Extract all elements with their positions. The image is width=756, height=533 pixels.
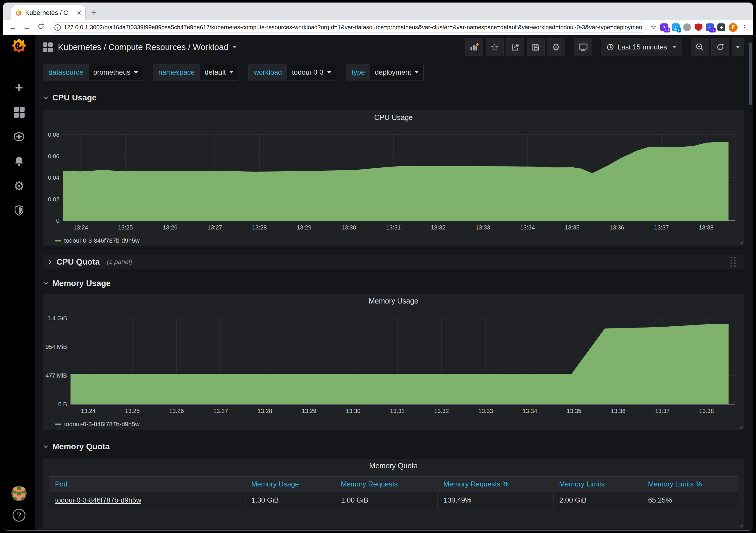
sidebar-nav: + ⚙ xyxy=(13,82,25,216)
memory-legend[interactable]: todoui-0-3-846f787b-d9h5w xyxy=(55,420,744,428)
memory-usage-chart[interactable]: 0 B477 MiB954 MiB1.4 GiB13:2413:2513:261… xyxy=(43,316,744,416)
extension-shield-icon[interactable] xyxy=(694,23,702,31)
browser-tab[interactable]: Kubernetes / C × xyxy=(11,5,86,20)
chevron-down-icon xyxy=(43,444,49,450)
extension-icon-1[interactable]: ⬆ 13 xyxy=(660,23,668,31)
svg-text:13:29: 13:29 xyxy=(302,408,316,414)
extension-icon-3[interactable] xyxy=(683,23,691,31)
column-header-memory-limits-pct[interactable]: Memory Limits % xyxy=(642,477,738,492)
section-memory-quota[interactable]: Memory Quota xyxy=(43,442,744,452)
chevron-down-icon xyxy=(134,71,138,73)
panel-title[interactable]: CPU Usage xyxy=(43,113,744,123)
variable-namespace[interactable]: namespace default xyxy=(153,64,238,80)
memory-quota-panel[interactable]: Memory Quota Pod Memory Usage Memory Req… xyxy=(43,459,744,529)
panel-title[interactable]: Memory Usage xyxy=(43,297,744,306)
panel-resize-handle[interactable] xyxy=(739,425,742,429)
dashboard-header: Kubernetes / Compute Resources / Workloa… xyxy=(43,38,744,56)
title-chevron-down-icon[interactable] xyxy=(232,46,237,48)
sidebar-bottom: ? xyxy=(12,486,27,521)
forward-icon[interactable]: → xyxy=(22,23,32,32)
variable-value-dropdown[interactable]: prometheus xyxy=(89,64,143,80)
variable-value-dropdown[interactable]: deployment xyxy=(370,64,423,80)
section-title: CPU Usage xyxy=(52,93,96,102)
grafana-favicon xyxy=(15,9,22,16)
bookmark-star-icon[interactable]: ☆ xyxy=(650,23,657,32)
section-title: Memory Quota xyxy=(52,442,110,451)
bell-icon xyxy=(14,156,25,167)
share-dashboard-button[interactable] xyxy=(506,38,524,56)
user-avatar[interactable] xyxy=(12,486,27,501)
star-dashboard-button[interactable]: ☆ xyxy=(486,38,504,56)
save-dashboard-button[interactable] xyxy=(526,38,545,56)
column-header-memory-requests[interactable]: Memory Requests xyxy=(335,477,438,492)
extension-pin-icon[interactable]: ✚ xyxy=(717,23,725,31)
section-title: Memory Usage xyxy=(52,279,111,288)
variable-value: default xyxy=(205,68,226,76)
cpu-legend[interactable]: todoui-0-3-846f787b-d9h5w xyxy=(55,237,744,245)
svg-text:0.02: 0.02 xyxy=(48,196,59,203)
legend-series-name[interactable]: todoui-0-3-846f787b-d9h5w xyxy=(64,421,140,428)
dashboard-grid-icon[interactable] xyxy=(43,42,53,52)
url-bar[interactable]: i 127.0.0.1:3002/d/a164a7f0339f99e89cea5… xyxy=(50,22,646,33)
column-header-pod[interactable]: Pod xyxy=(49,477,245,492)
new-tab-button[interactable]: + xyxy=(91,7,97,18)
server-admin-shield-icon[interactable] xyxy=(13,205,25,216)
chevron-down-icon xyxy=(327,71,331,73)
panel-resize-handle[interactable] xyxy=(739,524,742,527)
column-header-memory-usage[interactable]: Memory Usage xyxy=(245,477,335,492)
panel-resize-handle[interactable] xyxy=(739,241,742,244)
svg-text:13:25: 13:25 xyxy=(118,224,133,231)
extension-icon-4[interactable]: ▲ 27 xyxy=(706,23,714,31)
table-header-row: Pod Memory Usage Memory Requests Memory … xyxy=(49,477,738,492)
zoom-out-time-button[interactable] xyxy=(691,38,709,56)
back-icon[interactable]: ← xyxy=(8,23,18,32)
extension-icon-2[interactable]: ◫ 0 xyxy=(672,23,680,31)
reload-icon[interactable] xyxy=(36,22,46,32)
variable-value-dropdown[interactable]: default xyxy=(200,64,238,80)
cpu-usage-chart[interactable]: 00.020.040.060.0813:2413:2513:2613:2713:… xyxy=(43,133,744,232)
tab-close-icon[interactable]: × xyxy=(77,9,81,17)
panel-count: (1 panel) xyxy=(107,258,132,266)
page-scrollbar-thumb[interactable] xyxy=(749,42,752,105)
dashboards-icon[interactable] xyxy=(13,106,25,118)
site-info-icon[interactable]: i xyxy=(54,24,61,31)
extension-badge-3: 27 xyxy=(709,28,716,33)
time-range-picker[interactable]: Last 15 minutes xyxy=(601,38,682,56)
explore-compass-icon[interactable] xyxy=(13,131,25,143)
alerting-bell-icon[interactable] xyxy=(13,155,25,167)
svg-text:13:38: 13:38 xyxy=(699,224,714,231)
help-icon[interactable]: ? xyxy=(13,509,25,521)
variables-row: datasource prometheus namespace default … xyxy=(43,64,744,80)
grafana-logo[interactable] xyxy=(11,37,27,54)
svg-text:13:37: 13:37 xyxy=(655,408,670,414)
variable-workload[interactable]: workload todoui-0-3 xyxy=(248,64,336,80)
cycle-view-button[interactable] xyxy=(574,38,592,56)
browser-menu-icon[interactable]: ⋮ xyxy=(741,23,748,32)
refresh-interval-dropdown[interactable] xyxy=(732,38,744,56)
column-header-memory-limits[interactable]: Memory Limits xyxy=(553,477,642,492)
section-cpu-quota[interactable]: CPU Quota (1 panel) xyxy=(43,255,744,269)
variable-value-dropdown[interactable]: todoui-0-3 xyxy=(287,64,336,80)
variable-datasource[interactable]: datasource prometheus xyxy=(43,64,143,80)
profile-avatar[interactable]: F xyxy=(729,23,738,32)
dashboard-settings-button[interactable]: ⚙ xyxy=(547,38,565,56)
legend-series-name[interactable]: todoui-0-3-846f787b-d9h5w xyxy=(64,237,140,244)
panel-title[interactable]: Memory Quota xyxy=(43,462,744,471)
column-header-memory-requests-pct[interactable]: Memory Requests % xyxy=(438,477,553,492)
pod-link[interactable]: todoui-0-3-846f787b-d9h5w xyxy=(55,496,141,504)
dashboard-main: Kubernetes / Compute Resources / Workloa… xyxy=(35,35,753,530)
memory-usage-panel[interactable]: Memory Usage 0 B477 MiB954 MiB1.4 GiB13:… xyxy=(43,294,744,430)
section-memory-usage[interactable]: Memory Usage xyxy=(43,278,744,288)
dashboard-title[interactable]: Kubernetes / Compute Resources / Workloa… xyxy=(58,42,229,52)
add-panel-button[interactable] xyxy=(465,38,483,56)
configuration-gear-icon[interactable]: ⚙ xyxy=(13,180,25,192)
variable-label: workload xyxy=(249,64,287,80)
section-cpu-usage[interactable]: CPU Usage xyxy=(43,93,744,103)
row-drag-handle-icon[interactable] xyxy=(730,256,736,268)
cell-memory-limits-pct: 65.25% xyxy=(642,492,738,509)
variable-type[interactable]: type deployment xyxy=(346,64,424,80)
cpu-usage-panel[interactable]: CPU Usage 00.020.040.060.0813:2413:2513:… xyxy=(43,110,744,245)
svg-text:13:27: 13:27 xyxy=(213,408,228,414)
create-plus-icon[interactable]: + xyxy=(13,82,25,93)
refresh-button[interactable] xyxy=(711,38,729,56)
